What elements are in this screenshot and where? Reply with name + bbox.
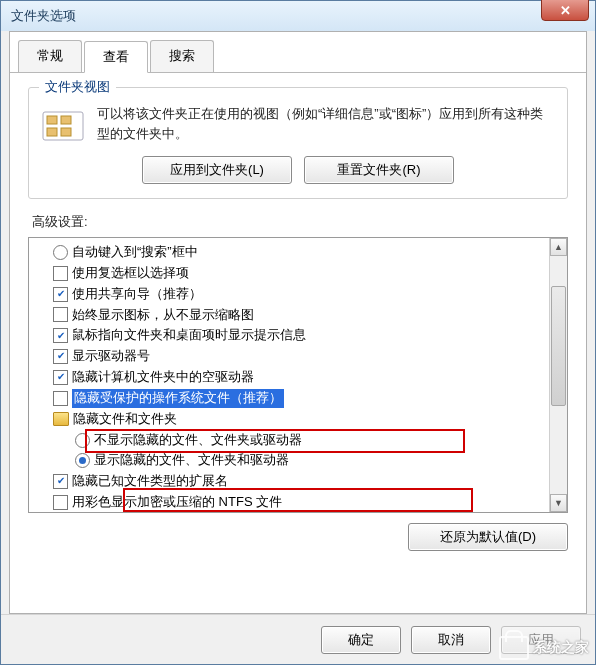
folder-options-window: 文件夹选项 ✕ 常规 查看 搜索 文件夹视图 可以将该文件夹正在使用的视图（例如… (0, 0, 596, 665)
reset-folders-button[interactable]: 重置文件夹(R) (304, 156, 454, 184)
checkbox-icon[interactable]: ✔ (53, 349, 68, 364)
list-item[interactable]: ✔鼠标指向文件夹和桌面项时显示提示信息 (31, 325, 547, 346)
list-item-label: 用彩色显示加密或压缩的 NTFS 文件 (72, 493, 282, 512)
checkbox-icon[interactable]: ✔ (53, 328, 68, 343)
folder-view-icon (41, 104, 85, 144)
tab-view[interactable]: 查看 (84, 41, 148, 73)
scrollbar: ▲ ▼ (549, 238, 567, 512)
checkbox-icon[interactable]: ✔ (53, 287, 68, 302)
list-item[interactable]: 显示隐藏的文件、文件夹和驱动器 (31, 450, 547, 471)
titlebar: 文件夹选项 ✕ (1, 1, 595, 31)
svg-rect-4 (61, 128, 71, 136)
window-title: 文件夹选项 (7, 7, 76, 25)
list-item[interactable]: ✔显示驱动器号 (31, 346, 547, 367)
checkbox-icon[interactable] (53, 495, 68, 510)
folder-icon (53, 412, 69, 426)
scroll-track[interactable] (550, 256, 567, 494)
list-item-label: 使用共享向导（推荐） (72, 285, 202, 304)
scroll-down-button[interactable]: ▼ (550, 494, 567, 512)
client-area: 常规 查看 搜索 文件夹视图 可以将该文件夹正在使用的视图（例如“详细信息”或“… (9, 31, 587, 614)
restore-defaults-button[interactable]: 还原为默认值(D) (408, 523, 568, 551)
list-item-label: 隐藏受保护的操作系统文件（推荐） (72, 389, 284, 408)
folder-view-buttons: 应用到文件夹(L) 重置文件夹(R) (41, 156, 555, 184)
tab-strip: 常规 查看 搜索 (10, 32, 586, 73)
apply-to-folders-button[interactable]: 应用到文件夹(L) (142, 156, 292, 184)
svg-rect-2 (61, 116, 71, 124)
checkbox-icon[interactable]: ✔ (53, 474, 68, 489)
close-button[interactable]: ✕ (541, 0, 589, 21)
apply-button[interactable]: 应用 (501, 626, 581, 654)
list-item-label: 隐藏计算机文件夹中的空驱动器 (72, 368, 254, 387)
list-item-label: 鼠标指向文件夹和桌面项时显示提示信息 (72, 326, 306, 345)
list-inner: 自动键入到“搜索”框中使用复选框以选择项✔使用共享向导（推荐）始终显示图标，从不… (29, 238, 549, 512)
folder-view-desc: 可以将该文件夹正在使用的视图（例如“详细信息”或“图标”）应用到所有这种类型的文… (97, 104, 555, 143)
close-icon: ✕ (560, 3, 571, 18)
checkbox-icon[interactable]: ✔ (53, 370, 68, 385)
advanced-settings-list: 自动键入到“搜索”框中使用复选框以选择项✔使用共享向导（推荐）始终显示图标，从不… (28, 237, 568, 513)
list-item-label: 显示隐藏的文件、文件夹和驱动器 (94, 451, 289, 470)
list-item[interactable]: ✔隐藏计算机文件夹中的空驱动器 (31, 367, 547, 388)
list-item[interactable]: 自动键入到“搜索”框中 (31, 242, 547, 263)
radio-icon[interactable] (53, 245, 68, 260)
list-item[interactable]: ✔使用共享向导（推荐） (31, 284, 547, 305)
dialog-footer: 确定 取消 应用 (1, 614, 595, 664)
list-item[interactable]: 始终显示图标，从不显示缩略图 (31, 305, 547, 326)
checkbox-icon[interactable] (53, 391, 68, 406)
list-item[interactable]: 隐藏受保护的操作系统文件（推荐） (31, 388, 547, 409)
checkbox-icon[interactable] (53, 266, 68, 281)
list-item-label: 始终显示图标，从不显示缩略图 (72, 306, 254, 325)
radio-icon[interactable] (75, 453, 90, 468)
list-item-label: 使用复选框以选择项 (72, 264, 189, 283)
restore-row: 还原为默认值(D) (28, 523, 568, 551)
folder-view-group-title: 文件夹视图 (39, 78, 116, 96)
list-item-label: 隐藏文件和文件夹 (73, 410, 177, 429)
tab-general[interactable]: 常规 (18, 40, 82, 72)
tab-search[interactable]: 搜索 (150, 40, 214, 72)
list-item-label: 自动键入到“搜索”框中 (72, 243, 198, 262)
radio-icon[interactable] (75, 433, 90, 448)
list-item-label: 显示驱动器号 (72, 347, 150, 366)
list-item[interactable]: 隐藏文件和文件夹 (31, 409, 547, 430)
checkbox-icon[interactable] (53, 307, 68, 322)
list-item[interactable]: 使用复选框以选择项 (31, 263, 547, 284)
svg-rect-3 (47, 128, 57, 136)
folder-view-row: 可以将该文件夹正在使用的视图（例如“详细信息”或“图标”）应用到所有这种类型的文… (41, 104, 555, 144)
list-item-label: 不显示隐藏的文件、文件夹或驱动器 (94, 431, 302, 450)
list-item[interactable]: 用彩色显示加密或压缩的 NTFS 文件 (31, 492, 547, 512)
ok-button[interactable]: 确定 (321, 626, 401, 654)
scroll-thumb[interactable] (551, 286, 566, 406)
tab-content-view: 文件夹视图 可以将该文件夹正在使用的视图（例如“详细信息”或“图标”）应用到所有… (10, 73, 586, 565)
advanced-settings-label: 高级设置: (32, 213, 568, 231)
cancel-button[interactable]: 取消 (411, 626, 491, 654)
scroll-up-button[interactable]: ▲ (550, 238, 567, 256)
list-item[interactable]: ✔隐藏已知文件类型的扩展名 (31, 471, 547, 492)
folder-view-group: 文件夹视图 可以将该文件夹正在使用的视图（例如“详细信息”或“图标”）应用到所有… (28, 87, 568, 199)
list-item[interactable]: 不显示隐藏的文件、文件夹或驱动器 (31, 430, 547, 451)
svg-rect-1 (47, 116, 57, 124)
list-item-label: 隐藏已知文件类型的扩展名 (72, 472, 228, 491)
